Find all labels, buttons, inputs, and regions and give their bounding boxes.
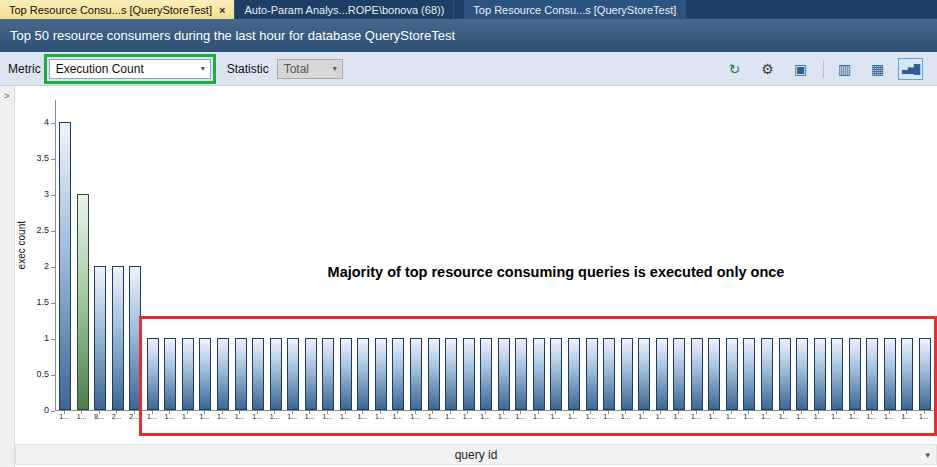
x-tick-mark <box>660 411 661 414</box>
chart-bar[interactable] <box>884 338 896 410</box>
chart-bar[interactable] <box>199 338 211 410</box>
chart-bar[interactable] <box>270 338 282 410</box>
chart-bar[interactable] <box>392 338 404 410</box>
chart-bar[interactable] <box>831 338 843 410</box>
chart-bar[interactable] <box>550 338 562 410</box>
document-tab[interactable]: Top Resource Consu...s [QueryStoreTest] <box>464 0 686 19</box>
x-tick-label: 1... <box>739 413 757 420</box>
chart-bar[interactable] <box>112 266 124 410</box>
chart-bar[interactable] <box>305 338 317 410</box>
x-tick-label: 1... <box>371 413 389 420</box>
chart-bar[interactable] <box>708 338 720 410</box>
metric-value: Execution Count <box>56 62 144 76</box>
chart-bar[interactable] <box>638 338 650 410</box>
x-tick-label: 1... <box>511 413 529 420</box>
x-tick-mark <box>292 411 293 414</box>
report-title: Top 50 resource consumers during the las… <box>10 28 455 43</box>
chart-bar[interactable] <box>322 338 334 410</box>
tab-close-icon[interactable]: × <box>219 4 225 16</box>
chart-bar[interactable] <box>164 338 176 410</box>
document-tab[interactable]: Top Resource Consu...s [QueryStoreTest]× <box>0 0 235 19</box>
x-tick-mark <box>854 411 855 414</box>
chart-bar[interactable] <box>235 338 247 410</box>
chart-bar[interactable] <box>445 338 457 410</box>
chart-bar[interactable] <box>515 338 527 410</box>
chart-bar[interactable] <box>779 338 791 410</box>
x-tick-mark <box>678 411 679 414</box>
x-tick-mark <box>204 411 205 414</box>
x-tick-mark <box>748 411 749 414</box>
x-axis-dropdown-icon[interactable]: ▾ <box>925 450 930 460</box>
y-tick-label: 1.5 <box>15 297 49 307</box>
y-tick-label: 0 <box>15 405 49 415</box>
chart-bar[interactable] <box>849 338 861 410</box>
x-tick-mark <box>906 411 907 414</box>
chart-bar[interactable] <box>901 338 913 410</box>
x-tick-mark <box>696 411 697 414</box>
chart-view-button[interactable]: ▃▅█ <box>898 58 923 80</box>
chart-bar[interactable] <box>340 338 352 410</box>
x-axis-title: query id <box>455 448 498 462</box>
chart-bar[interactable] <box>77 194 89 410</box>
chart-bar[interactable] <box>814 338 826 410</box>
new-window-button[interactable]: ▣ <box>788 58 813 80</box>
toolbar-buttons: ↻⚙▣▥▦▃▅█ <box>714 58 931 80</box>
chart-bar[interactable] <box>603 338 615 410</box>
chart-bar[interactable] <box>375 338 387 410</box>
statistic-dropdown[interactable]: Total ▾ <box>277 59 343 79</box>
chart-pane: exec count Majority of top resource cons… <box>15 86 937 467</box>
y-tick-label: 2.5 <box>15 225 49 235</box>
chart-bar[interactable] <box>621 338 633 410</box>
x-axis-bar: query id ▾ <box>15 444 937 465</box>
collapsed-panel-expander[interactable]: > <box>0 86 15 467</box>
x-tick-label: 1... <box>494 413 512 420</box>
chart-bar[interactable] <box>743 338 755 410</box>
metric-dropdown[interactable]: Execution Count ▾ <box>49 59 211 79</box>
chart-bar[interactable] <box>129 266 141 410</box>
chart-bar[interactable] <box>498 338 510 410</box>
refresh-icon: ↻ <box>729 61 741 77</box>
chart-bar[interactable] <box>410 338 422 410</box>
chart-bar[interactable] <box>866 338 878 410</box>
chart-bar[interactable] <box>287 338 299 410</box>
y-tick-mark <box>51 411 55 412</box>
x-tick-label: 1... <box>792 413 810 420</box>
x-tick-label: 1... <box>915 413 933 420</box>
chart-bar[interactable] <box>147 338 159 410</box>
chart-bar[interactable] <box>673 338 685 410</box>
chart-bar[interactable] <box>357 338 369 410</box>
chart-bar[interactable] <box>586 338 598 410</box>
grid-view-button[interactable]: ▦ <box>865 58 890 80</box>
chart-bar[interactable] <box>428 338 440 410</box>
chart-bar[interactable] <box>480 338 492 410</box>
chart-bar[interactable] <box>252 338 264 410</box>
tab-label: Top Resource Consu...s [QueryStoreTest] <box>473 4 676 16</box>
chart-bar[interactable] <box>59 122 71 410</box>
x-tick-label: 1... <box>231 413 249 420</box>
chart-bar[interactable] <box>568 338 580 410</box>
compare-window-button[interactable]: ▥ <box>832 58 857 80</box>
chart-bar[interactable] <box>217 338 229 410</box>
chart-bar[interactable] <box>761 338 773 410</box>
chart-bar[interactable] <box>656 338 668 410</box>
chart-bar[interactable] <box>182 338 194 410</box>
gear-button[interactable]: ⚙ <box>755 58 780 80</box>
chart-bar[interactable] <box>463 338 475 410</box>
x-tick-mark <box>590 411 591 414</box>
tab-label: Top Resource Consu...s [QueryStoreTest] <box>9 4 212 16</box>
chart-bar[interactable] <box>691 338 703 410</box>
refresh-button[interactable]: ↻ <box>722 58 747 80</box>
x-tick-label: 2... <box>108 413 126 420</box>
chart-bar[interactable] <box>796 338 808 410</box>
x-tick-mark <box>467 411 468 414</box>
document-tab[interactable]: Auto-Param Analys...ROPE\bonova (68)) <box>235 0 454 19</box>
x-tick-mark <box>222 411 223 414</box>
x-tick-label: 1... <box>669 413 687 420</box>
x-tick-mark <box>116 411 117 414</box>
y-tick-mark <box>51 159 55 160</box>
chart-bar[interactable] <box>726 338 738 410</box>
x-tick-mark <box>362 411 363 414</box>
chart-bar[interactable] <box>94 266 106 410</box>
chart-bar[interactable] <box>533 338 545 410</box>
chart-bar[interactable] <box>919 338 931 410</box>
